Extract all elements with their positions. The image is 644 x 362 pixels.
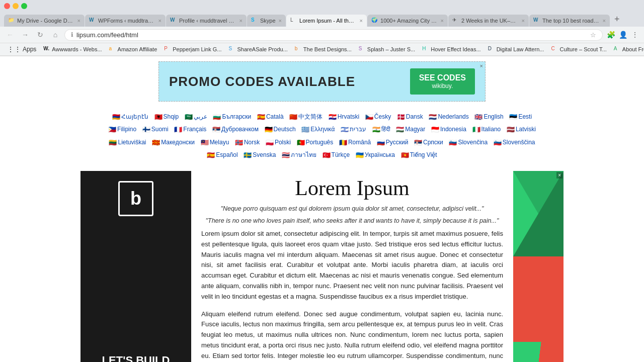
maximize-window-button[interactable]: [21, 3, 27, 9]
tab-amazing[interactable]: 🌍 1000+ Amazing City Trave... ×: [367, 15, 448, 27]
tab-wpforms[interactable]: W WPForms ‹ muddtravel —... ×: [85, 15, 166, 27]
lang-armenian[interactable]: 🇦🇲Հայերէն: [112, 111, 148, 123]
bookmark-digitallaw[interactable]: D Digital Law Attern...: [485, 45, 547, 54]
ad-close-button[interactable]: ×: [480, 63, 483, 69]
lang-macedonian[interactable]: 🇲🇰Македонски: [152, 137, 195, 148]
forward-button[interactable]: →: [19, 29, 31, 41]
lang-lithuanian[interactable]: 🇱🇹Lietuviškai: [109, 137, 146, 148]
lang-romanian[interactable]: 🇷🇴Română: [339, 137, 371, 148]
new-tab-button[interactable]: +: [610, 12, 624, 27]
page-content: PROMO CODES AVAILABLE SEE CODES wikibuy.…: [0, 61, 644, 362]
bookmark-pepperjam[interactable]: P Pepperjam Link G...: [161, 45, 224, 54]
lang-portuguese[interactable]: 🇵🇹Português: [297, 137, 334, 148]
lang-danish[interactable]: 🇩🇰Dansk: [397, 111, 423, 123]
lang-catalan[interactable]: 🇪🇸Català: [257, 111, 284, 123]
tab-lorem-close[interactable]: ×: [360, 18, 363, 24]
tab-drive-close[interactable]: ×: [77, 18, 80, 24]
tab-skype[interactable]: S Skype ×: [247, 15, 286, 27]
lang-ukrainian[interactable]: 🇺🇦Українська: [356, 149, 395, 161]
tab-lorem[interactable]: L Lorem Ipsum - All the fact... ×: [286, 15, 367, 27]
lang-serbian[interactable]: 🇷🇸Дубровачком: [212, 124, 259, 135]
tab-drive[interactable]: 📁 My Drive - Google Drive ×: [4, 15, 85, 27]
lang-hindi[interactable]: 🇮🇳हिंदी: [372, 124, 390, 135]
flag-romanian: 🇷🇴: [339, 137, 347, 148]
lang-turkish[interactable]: 🇹🇷Türkçe: [323, 149, 350, 161]
tab-profile-close[interactable]: ×: [239, 18, 243, 24]
lang-swedish[interactable]: 🇸🇪Svenska: [244, 149, 276, 161]
lang-spanish[interactable]: 🇪🇸Español: [207, 149, 237, 161]
lang-greek[interactable]: 🇬🇷Ελληνικά: [301, 124, 335, 135]
lang-hebrew[interactable]: 🇮🇱עברית: [341, 124, 366, 135]
tab-skype-close[interactable]: ×: [279, 18, 282, 24]
menu-icon[interactable]: ⋮: [630, 30, 640, 40]
lang-dutch[interactable]: 🇳🇱Nederlands: [429, 111, 468, 123]
lang-thai[interactable]: 🇹🇭ภาษาไทย: [282, 149, 316, 161]
bookmark-hover[interactable]: H Hover Effect Ideas...: [419, 45, 484, 54]
tab-wpforms-close[interactable]: ×: [158, 18, 162, 24]
minimize-window-button[interactable]: [13, 3, 19, 9]
reload-button[interactable]: ↻: [34, 29, 46, 41]
profile-icon[interactable]: 👤: [618, 30, 628, 40]
lang-czech[interactable]: 🇨🇿Česky: [365, 111, 391, 123]
left-ad-tagline: LET'S BUILD YOUR CUSTOM SOFTWARE: [91, 353, 181, 362]
ad-see-codes-button[interactable]: SEE CODES wikibuy.: [410, 68, 475, 95]
lang-filipino[interactable]: 🇵🇭Filipino: [108, 124, 136, 135]
tab-2weeks-label: 2 Weeks in the UK–my Per...: [461, 18, 519, 24]
address-bar[interactable]: ℹ lipsum.com/feed/html ☆: [64, 29, 603, 41]
tab-profile[interactable]: W Profile ‹ muddtravel — Wo... ×: [166, 15, 247, 27]
lang-italian[interactable]: 🇮🇹Italiano: [472, 124, 501, 135]
lang-english[interactable]: 🇬🇧English: [474, 111, 503, 123]
tab-2weeks-close[interactable]: ×: [522, 18, 525, 24]
apps-button[interactable]: ⋮⋮ Apps: [4, 44, 39, 54]
digitallaw-label: Digital Law Attern...: [497, 46, 544, 52]
hover-favicon: H: [422, 46, 429, 53]
lang-slovak[interactable]: 🇸🇮Slovenčina: [449, 137, 488, 148]
lang-latvian[interactable]: 🇱🇻Latviski: [507, 124, 536, 135]
lang-serbian2[interactable]: 🇷🇸Српски: [414, 137, 443, 148]
lang-slovene[interactable]: 🇸🇮Slovenščina: [494, 137, 535, 148]
tab-top10-close[interactable]: ×: [603, 18, 606, 24]
extensions-icon[interactable]: 🧩: [606, 30, 616, 40]
bookmark-culture[interactable]: C Culture – Scout T...: [548, 45, 609, 54]
bookmark-shareasale[interactable]: S ShareASale Produ...: [226, 45, 291, 54]
back-button[interactable]: ←: [4, 29, 16, 41]
star-icon[interactable]: ☆: [590, 31, 596, 39]
lang-german[interactable]: 🇩🇪Deutsch: [265, 124, 296, 135]
lang-malay[interactable]: 🇲🇾Melayu: [201, 137, 229, 148]
home-button[interactable]: ⌂: [49, 29, 61, 41]
lang-chinese[interactable]: 🇨🇳中文简体: [289, 111, 323, 123]
lang-croatian[interactable]: 🇭🇷Hrvatski: [329, 111, 359, 123]
bookmark-splash[interactable]: S Splash – Juster S...: [356, 45, 418, 54]
tab-2weeks[interactable]: ✈ 2 Weeks in the UK–my Per... ×: [448, 15, 529, 27]
tab-amazing-favicon: 🌍: [371, 17, 378, 24]
flag-slovene: 🇸🇮: [494, 137, 502, 148]
lang-arabic[interactable]: 🇸🇦عربي: [185, 111, 207, 123]
lang-vietnamese[interactable]: 🇻🇳Tiếng Việt: [401, 149, 437, 161]
bookmark-amazon[interactable]: a Amazon Affiliate: [106, 45, 160, 54]
lang-french[interactable]: 🇫🇷Français: [174, 124, 206, 135]
left-advertisement: b LET'S BUILD YOUR CUSTOM SOFTWARE QUOTE…: [80, 171, 191, 362]
tab-profile-favicon: W: [170, 17, 177, 24]
lang-finnish[interactable]: 🇫🇮Suomi: [142, 124, 169, 135]
close-window-button[interactable]: [4, 3, 10, 9]
lang-estonian[interactable]: 🇪🇪Eesti: [509, 111, 532, 123]
lang-bulgarian[interactable]: 🇧🇬Български: [213, 111, 251, 123]
bookmark-freelance[interactable]: A About Freelance –...: [611, 45, 644, 54]
tab-amazing-close[interactable]: ×: [441, 18, 444, 24]
lang-polish[interactable]: 🇵🇱Polski: [266, 137, 291, 148]
lang-hungarian[interactable]: 🇭🇺Magyar: [396, 124, 425, 135]
flag-italian: 🇮🇹: [472, 124, 480, 135]
language-row-4: 🇪🇸Español 🇸🇪Svenska 🇹🇭ภาษาไทย 🇹🇷Türkçe 🇺…: [10, 149, 634, 161]
lang-albanian[interactable]: 🇦🇱Shqip: [154, 111, 179, 123]
flag-serbian2: 🇷🇸: [414, 137, 422, 148]
lang-norwegian[interactable]: 🇳🇴Norsk: [235, 137, 260, 148]
language-row-2: 🇵🇭Filipino 🇫🇮Suomi 🇫🇷Français 🇷🇸Дубровач…: [10, 123, 634, 136]
title-bar: [0, 0, 644, 12]
bookmark-bestdesigns[interactable]: b The Best Designs...: [292, 45, 355, 54]
tab-top10-favicon: W: [533, 17, 540, 24]
lang-indonesian[interactable]: 🇮🇩Indonesia: [431, 124, 466, 135]
lang-russian[interactable]: 🇷🇺Русский: [377, 137, 409, 148]
right-ad-close-button[interactable]: ×: [556, 172, 562, 178]
tab-top10[interactable]: W The top 10 best road trips ×: [529, 15, 610, 27]
bookmark-awwwards[interactable]: W. Awwwards - Webs...: [40, 45, 105, 54]
